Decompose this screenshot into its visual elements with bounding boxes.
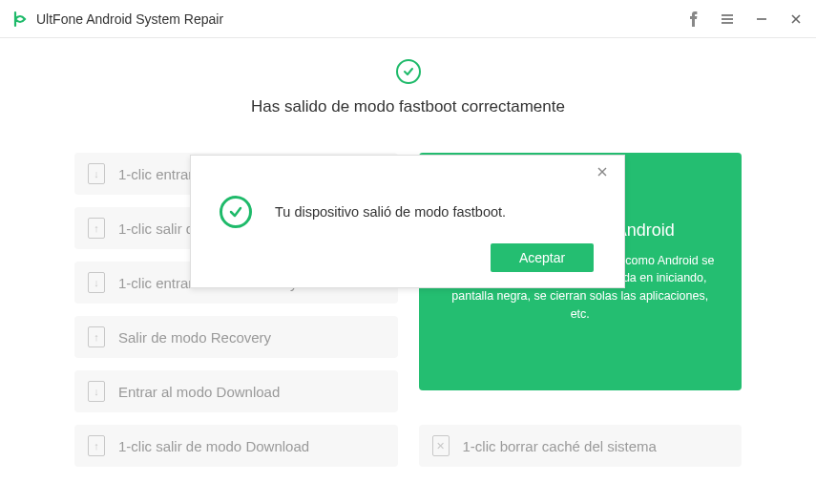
close-icon[interactable] xyxy=(787,10,805,28)
facebook-icon[interactable] xyxy=(684,10,701,28)
dialog-success-icon xyxy=(220,196,252,228)
menu-icon[interactable] xyxy=(719,10,736,28)
accept-button[interactable]: Aceptar xyxy=(491,243,594,272)
status-text: Has salido de modo fastboot correctament… xyxy=(251,97,565,116)
titlebar-left: UltFone Android System Repair xyxy=(11,10,223,28)
app-logo-icon xyxy=(11,10,29,28)
success-icon xyxy=(396,59,421,84)
phone-icon: ↑ xyxy=(88,326,105,347)
minimize-icon[interactable] xyxy=(753,10,770,28)
card-label: 1-clic salir de modo Download xyxy=(118,438,309,454)
enter-download-card[interactable]: ↓ Entrar al modo Download xyxy=(74,370,398,412)
card-label: Salir de modo Recovery xyxy=(118,329,271,346)
titlebar-right xyxy=(684,10,805,28)
phone-icon: ↑ xyxy=(88,218,105,239)
exit-recovery-card[interactable]: ↑ Salir de modo Recovery xyxy=(74,316,398,358)
card-label: 1-clic borrar caché del sistema xyxy=(463,438,657,454)
phone-icon: ✕ xyxy=(432,435,450,456)
status-area: Has salido de modo fastboot correctament… xyxy=(0,38,816,116)
clear-cache-card[interactable]: ✕ 1-clic borrar caché del sistema xyxy=(419,425,743,467)
dialog-close-icon[interactable] xyxy=(596,165,611,180)
phone-icon: ↓ xyxy=(88,163,105,184)
exit-download-card[interactable]: ↑ 1-clic salir de modo Download xyxy=(74,425,398,467)
dialog-body: Tu dispositivo salió de modo fastboot. xyxy=(208,196,607,228)
dialog-text: Tu dispositivo salió de modo fastboot. xyxy=(275,204,506,220)
confirmation-dialog: Tu dispositivo salió de modo fastboot. A… xyxy=(190,155,625,288)
phone-icon: ↑ xyxy=(88,435,105,456)
phone-icon: ↓ xyxy=(88,272,105,293)
titlebar: UltFone Android System Repair xyxy=(0,0,816,38)
app-title: UltFone Android System Repair xyxy=(36,11,223,27)
phone-icon: ↓ xyxy=(88,381,105,402)
card-label: Entrar al modo Download xyxy=(118,384,280,400)
